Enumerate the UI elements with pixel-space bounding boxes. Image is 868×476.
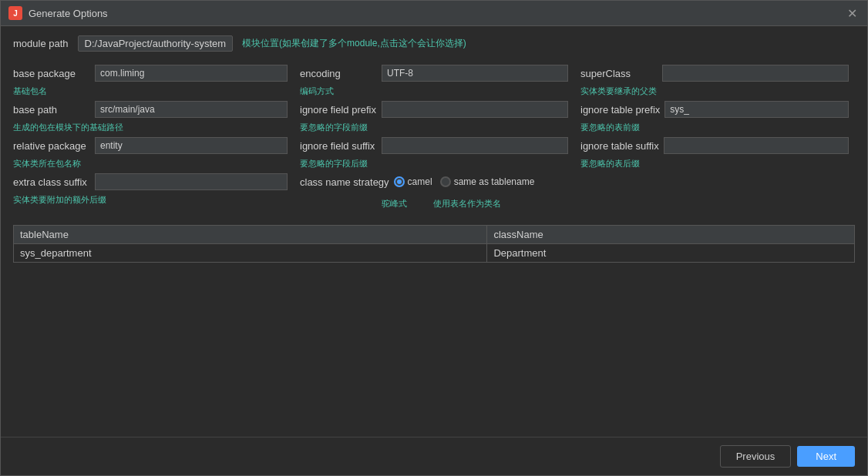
encoding-input[interactable] bbox=[382, 65, 568, 82]
module-path-value[interactable]: D:/JavaProject/authority-system bbox=[78, 35, 234, 52]
encoding-row: encoding bbox=[300, 64, 568, 82]
encoding-label: encoding bbox=[300, 68, 377, 79]
previous-button[interactable]: Previous bbox=[720, 445, 792, 468]
extra-class-suffix-input[interactable] bbox=[95, 173, 288, 190]
table-cell-classname: Department bbox=[487, 244, 855, 263]
extra-class-suffix-row: extra class suffix bbox=[13, 173, 288, 191]
ignore-field-prefix-hint: 要忽略的字段前缀 bbox=[300, 122, 568, 133]
ignore-field-suffix-label: ignore field suffix bbox=[300, 140, 377, 152]
form-grid: base package 基础包名 base path 生成的包在模块下的基础路… bbox=[13, 64, 855, 213]
super-class-label: superClass bbox=[580, 68, 658, 79]
ignore-table-prefix-input[interactable] bbox=[664, 101, 849, 118]
table-row[interactable]: sys_departmentDepartment bbox=[14, 244, 855, 263]
base-path-label: base path bbox=[13, 104, 90, 116]
relative-package-label: relative package bbox=[13, 140, 90, 152]
dialog-content: module path D:/JavaProject/authority-sys… bbox=[1, 26, 867, 437]
camel-radio-button[interactable] bbox=[394, 176, 405, 187]
extra-class-suffix-label: extra class suffix bbox=[13, 176, 90, 188]
ignore-field-suffix-row: ignore field suffix bbox=[300, 136, 568, 155]
relative-package-input[interactable] bbox=[95, 137, 288, 154]
table-header-classname: className bbox=[487, 226, 855, 244]
dialog-title: Generate Options bbox=[29, 8, 108, 19]
ignore-field-prefix-input[interactable] bbox=[382, 101, 568, 118]
base-package-hint: 基础包名 bbox=[13, 85, 288, 97]
super-class-hint: 实体类要继承的父类 bbox=[580, 85, 849, 97]
ignore-table-suffix-label: ignore table suffix bbox=[580, 140, 659, 152]
ignore-table-prefix-hint: 要忽略的表前缀 bbox=[580, 122, 849, 133]
left-column: base package 基础包名 base path 生成的包在模块下的基础路… bbox=[13, 64, 294, 213]
close-button[interactable]: ✕ bbox=[844, 5, 860, 21]
extra-class-suffix-hint: 实体类要附加的额外后缀 bbox=[13, 194, 288, 206]
base-package-input[interactable] bbox=[95, 65, 288, 82]
module-path-label: module path bbox=[13, 38, 69, 49]
table-header-tablename: tableName bbox=[14, 226, 487, 244]
ignore-field-suffix-hint: 要忽略的字段后缀 bbox=[300, 158, 568, 169]
ignore-table-prefix-label: ignore table prefix bbox=[580, 104, 660, 116]
right-column: superClass 实体类要继承的父类 ignore table prefix… bbox=[574, 64, 855, 213]
next-button[interactable]: Next bbox=[797, 446, 855, 467]
ignore-table-suffix-input[interactable] bbox=[664, 137, 849, 154]
class-name-strategy-label: class name strategy bbox=[300, 176, 389, 188]
ignore-table-suffix-row: ignore table suffix bbox=[580, 136, 849, 155]
same-as-tablename-hint: 使用表名作为类名 bbox=[433, 198, 501, 210]
same-as-tablename-radio-button[interactable] bbox=[440, 176, 451, 187]
relative-package-hint: 实体类所在包名称 bbox=[13, 158, 288, 169]
class-name-strategy-hints: 驼峰式 使用表名作为类名 bbox=[300, 194, 568, 213]
base-path-input[interactable] bbox=[95, 101, 288, 118]
app-icon: J bbox=[8, 6, 22, 20]
ignore-table-suffix-hint: 要忽略的表后缀 bbox=[580, 158, 849, 169]
base-package-row: base package bbox=[13, 64, 288, 82]
camel-hint: 驼峰式 bbox=[382, 198, 407, 210]
class-name-strategy-row: class name strategy camel same as tablen… bbox=[300, 173, 568, 191]
class-name-strategy-radio-group: camel same as tablename bbox=[394, 176, 568, 187]
mid-column: encoding 编码方式 ignore field prefix 要忽略的字段… bbox=[294, 64, 574, 213]
bottom-bar: Previous Next bbox=[1, 437, 867, 475]
base-path-row: base path bbox=[13, 100, 288, 119]
camel-radio-item[interactable]: camel bbox=[394, 176, 432, 187]
entity-table: tableName className sys_departmentDepart… bbox=[13, 225, 855, 263]
camel-radio-label: camel bbox=[408, 176, 432, 187]
module-path-row: module path D:/JavaProject/authority-sys… bbox=[13, 35, 855, 52]
ignore-field-prefix-row: ignore field prefix bbox=[300, 100, 568, 119]
title-bar-left: J Generate Options bbox=[8, 6, 108, 20]
encoding-hint: 编码方式 bbox=[300, 85, 568, 97]
relative-package-row: relative package bbox=[13, 136, 288, 155]
module-path-hint[interactable]: 模块位置(如果创建了多个module,点击这个会让你选择) bbox=[242, 37, 466, 50]
same-as-tablename-radio-item[interactable]: same as tablename bbox=[440, 176, 535, 187]
generate-options-dialog: J Generate Options ✕ module path D:/Java… bbox=[0, 0, 868, 476]
super-class-row: superClass bbox=[580, 64, 849, 82]
base-package-label: base package bbox=[13, 68, 90, 79]
super-class-input[interactable] bbox=[662, 65, 849, 82]
ignore-field-suffix-input[interactable] bbox=[382, 137, 568, 154]
same-as-tablename-radio-label: same as tablename bbox=[454, 176, 535, 187]
title-bar: J Generate Options ✕ bbox=[1, 1, 867, 26]
ignore-field-prefix-label: ignore field prefix bbox=[300, 104, 377, 116]
table-cell-tablename: sys_department bbox=[14, 244, 487, 263]
base-path-hint: 生成的包在模块下的基础路径 bbox=[13, 122, 288, 133]
ignore-table-prefix-row: ignore table prefix bbox=[580, 100, 849, 119]
